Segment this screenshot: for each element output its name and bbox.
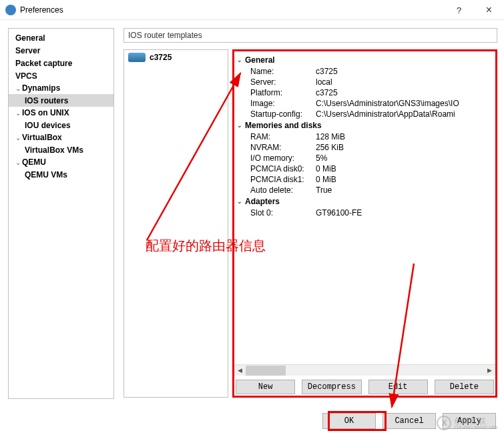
prop-io-memory: I/O memory:5% xyxy=(237,153,493,163)
router-icon xyxy=(128,53,146,62)
sidebar-item-qemu-vms[interactable]: QEMU VMs xyxy=(9,168,113,181)
edit-button[interactable]: Edit xyxy=(368,380,428,394)
sidebar-group-dynamips[interactable]: ⌄Dynamips xyxy=(9,82,113,94)
prop-platform: Platform:c3725 xyxy=(237,87,493,98)
caret-down-icon: ⌄ xyxy=(15,134,21,141)
sidebar-item-general[interactable]: General xyxy=(9,31,113,44)
router-list-item[interactable]: c3725 xyxy=(124,50,228,65)
horizontal-scrollbar[interactable]: ◀ ▶ xyxy=(234,364,495,376)
decompress-button[interactable]: Decompress xyxy=(302,380,361,394)
caret-down-icon: ⌄ xyxy=(237,57,244,63)
ok-button[interactable]: OK xyxy=(322,413,376,429)
caret-down-icon: ⌄ xyxy=(15,85,21,92)
prop-server: Server:local xyxy=(237,77,493,87)
caret-down-icon: ⌄ xyxy=(237,198,244,205)
close-button[interactable]: × xyxy=(474,0,504,20)
prop-slot0: Slot 0:GT96100-FE xyxy=(237,207,493,218)
sidebar-item-ios-routers[interactable]: IOS routers xyxy=(9,94,113,107)
prop-nvram: NVRAM:256 KiB xyxy=(237,142,493,153)
group-general[interactable]: ⌄General xyxy=(237,54,493,66)
sidebar-item-server[interactable]: Server xyxy=(9,44,113,57)
new-button[interactable]: New xyxy=(236,380,295,394)
prop-pcmcia-disk0: PCMCIA disk0:0 MiB xyxy=(237,163,493,174)
caret-down-icon: ⌄ xyxy=(15,109,21,117)
group-memories[interactable]: ⌄Memories and disks xyxy=(237,119,493,131)
main-header: IOS router templates xyxy=(123,28,497,43)
caret-down-icon: ⌄ xyxy=(15,159,21,166)
detail-panel-highlight: ⌄General Name:c3725 Server:local Platfor… xyxy=(232,49,497,398)
sidebar-item-virtualbox-vms[interactable]: VirtualBox VMs xyxy=(9,143,113,156)
scroll-right-icon[interactable]: ▶ xyxy=(484,365,495,376)
prop-startup-config: Startup-config:C:\Users\Administrator\Ap… xyxy=(237,109,493,119)
prop-name: Name:c3725 xyxy=(237,66,493,77)
window-title: Preferences xyxy=(20,5,63,15)
sidebar-group-virtualbox[interactable]: ⌄VirtualBox xyxy=(9,131,113,143)
sidebar: General Server Packet capture VPCS ⌄Dyna… xyxy=(8,28,114,399)
scroll-thumb[interactable] xyxy=(246,366,286,376)
prop-ram: RAM:128 MiB xyxy=(237,131,493,142)
sidebar-item-iou-devices[interactable]: IOU devices xyxy=(9,119,113,131)
cancel-button[interactable]: Cancel xyxy=(383,413,436,429)
sidebar-group-ios-unix[interactable]: ⌄IOS on UNIX xyxy=(9,107,113,119)
router-list[interactable]: c3725 xyxy=(123,49,228,398)
sidebar-item-packet-capture[interactable]: Packet capture xyxy=(9,57,113,69)
dialog-buttons: OK Cancel Apply xyxy=(322,413,496,429)
detail-panel: ⌄General Name:c3725 Server:local Platfor… xyxy=(234,51,495,376)
prop-image: Image:C:\Users\Administrator\GNS3\images… xyxy=(237,98,493,109)
caret-down-icon: ⌄ xyxy=(237,122,244,129)
app-icon xyxy=(5,5,16,15)
prop-auto-delete: Auto delete:True xyxy=(237,185,493,195)
titlebar: Preferences ? × xyxy=(0,0,504,20)
sidebar-group-qemu[interactable]: ⌄QEMU xyxy=(9,156,113,168)
group-adapters[interactable]: ⌄Adapters xyxy=(237,195,493,207)
scroll-left-icon[interactable]: ◀ xyxy=(234,365,246,376)
window-controls: ? × xyxy=(444,0,504,20)
window-title-group: Preferences xyxy=(5,5,63,15)
delete-button[interactable]: Delete xyxy=(435,380,494,394)
help-button[interactable]: ? xyxy=(444,0,474,20)
template-buttons: New Decompress Edit Delete xyxy=(234,378,495,396)
sidebar-item-vpcs[interactable]: VPCS xyxy=(9,69,113,82)
prop-pcmcia-disk1: PCMCIA disk1:0 MiB xyxy=(237,174,493,185)
apply-button[interactable]: Apply xyxy=(443,413,496,429)
